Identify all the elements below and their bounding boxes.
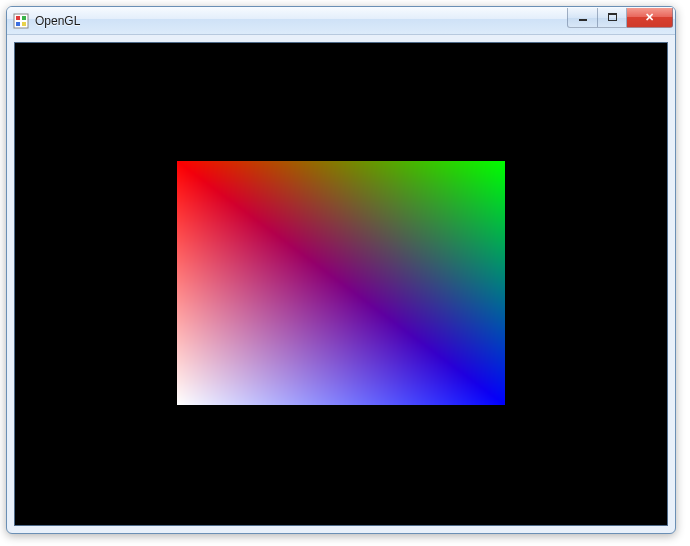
maximize-button[interactable]: [597, 8, 627, 28]
app-window: OpenGL ✕: [6, 6, 676, 534]
minimize-button[interactable]: [567, 8, 597, 28]
svg-rect-2: [22, 16, 26, 20]
opengl-viewport: [14, 42, 668, 526]
gradient-quad: [177, 161, 505, 405]
svg-rect-1: [16, 16, 20, 20]
window-controls: ✕: [567, 8, 673, 28]
gradient-canvas: [177, 161, 505, 405]
svg-rect-3: [16, 22, 20, 26]
app-icon: [13, 13, 29, 29]
window-title: OpenGL: [35, 14, 567, 28]
close-icon: ✕: [645, 12, 654, 23]
svg-rect-4: [22, 22, 26, 26]
minimize-icon: [579, 19, 587, 21]
maximize-icon: [608, 13, 617, 21]
window-titlebar[interactable]: OpenGL ✕: [7, 7, 675, 35]
client-frame: [7, 35, 675, 533]
close-button[interactable]: ✕: [627, 8, 673, 28]
